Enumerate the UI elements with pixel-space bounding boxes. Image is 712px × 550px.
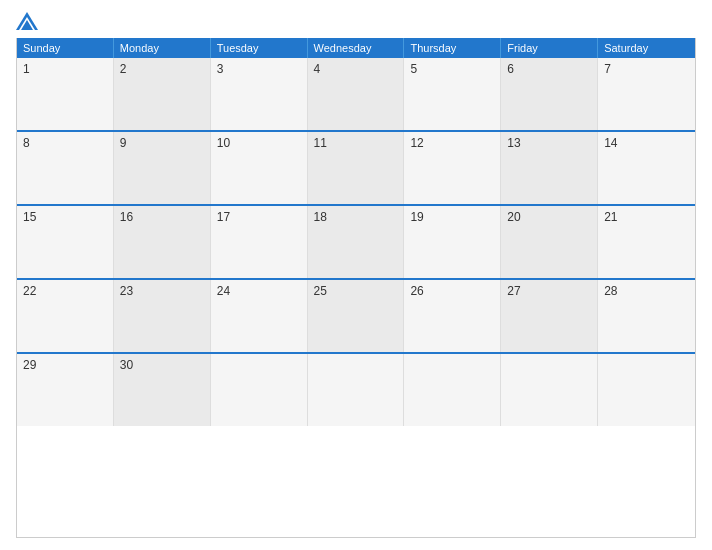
day-headers-row: SundayMondayTuesdayWednesdayThursdayFrid…	[17, 38, 695, 58]
day-number: 4	[314, 62, 321, 76]
day-number: 24	[217, 284, 230, 298]
week-row-3: 15161718192021	[17, 206, 695, 280]
day-cell: 11	[308, 132, 405, 204]
day-cell: 29	[17, 354, 114, 426]
day-header-monday: Monday	[114, 38, 211, 58]
day-number: 14	[604, 136, 617, 150]
day-cell: 28	[598, 280, 695, 352]
logo-icon	[16, 12, 38, 30]
day-number: 13	[507, 136, 520, 150]
day-cell: 26	[404, 280, 501, 352]
day-number: 28	[604, 284, 617, 298]
day-cell: 4	[308, 58, 405, 130]
day-number: 25	[314, 284, 327, 298]
weeks-container: 1234567891011121314151617181920212223242…	[17, 58, 695, 426]
day-number: 29	[23, 358, 36, 372]
day-number: 1	[23, 62, 30, 76]
day-cell: 15	[17, 206, 114, 278]
day-cell: 30	[114, 354, 211, 426]
day-number: 22	[23, 284, 36, 298]
day-cell	[404, 354, 501, 426]
day-number: 2	[120, 62, 127, 76]
day-number: 12	[410, 136, 423, 150]
header	[16, 12, 696, 30]
day-header-friday: Friday	[501, 38, 598, 58]
day-cell: 27	[501, 280, 598, 352]
calendar-grid: SundayMondayTuesdayWednesdayThursdayFrid…	[16, 38, 696, 538]
week-row-1: 1234567	[17, 58, 695, 132]
day-number: 3	[217, 62, 224, 76]
day-number: 6	[507, 62, 514, 76]
day-number: 8	[23, 136, 30, 150]
day-number: 20	[507, 210, 520, 224]
day-cell: 7	[598, 58, 695, 130]
week-row-5: 2930	[17, 354, 695, 426]
calendar-page: SundayMondayTuesdayWednesdayThursdayFrid…	[0, 0, 712, 550]
day-cell	[501, 354, 598, 426]
day-header-wednesday: Wednesday	[308, 38, 405, 58]
day-cell: 14	[598, 132, 695, 204]
logo	[16, 12, 38, 30]
day-cell: 21	[598, 206, 695, 278]
day-cell: 12	[404, 132, 501, 204]
day-cell: 10	[211, 132, 308, 204]
day-header-tuesday: Tuesday	[211, 38, 308, 58]
day-cell: 20	[501, 206, 598, 278]
day-header-saturday: Saturday	[598, 38, 695, 58]
day-number: 26	[410, 284, 423, 298]
day-number: 27	[507, 284, 520, 298]
day-number: 17	[217, 210, 230, 224]
day-header-thursday: Thursday	[404, 38, 501, 58]
day-cell: 1	[17, 58, 114, 130]
day-number: 18	[314, 210, 327, 224]
day-number: 11	[314, 136, 327, 150]
day-number: 10	[217, 136, 230, 150]
day-cell	[308, 354, 405, 426]
day-number: 15	[23, 210, 36, 224]
day-cell: 17	[211, 206, 308, 278]
day-number: 9	[120, 136, 127, 150]
day-cell: 9	[114, 132, 211, 204]
day-cell: 24	[211, 280, 308, 352]
day-number: 5	[410, 62, 417, 76]
day-cell	[598, 354, 695, 426]
day-cell: 3	[211, 58, 308, 130]
day-cell	[211, 354, 308, 426]
day-cell: 22	[17, 280, 114, 352]
day-cell: 19	[404, 206, 501, 278]
day-cell: 5	[404, 58, 501, 130]
week-row-4: 22232425262728	[17, 280, 695, 354]
day-number: 19	[410, 210, 423, 224]
day-cell: 18	[308, 206, 405, 278]
day-cell: 25	[308, 280, 405, 352]
day-cell: 13	[501, 132, 598, 204]
day-number: 21	[604, 210, 617, 224]
day-number: 30	[120, 358, 133, 372]
day-number: 7	[604, 62, 611, 76]
day-cell: 8	[17, 132, 114, 204]
day-cell: 2	[114, 58, 211, 130]
day-number: 23	[120, 284, 133, 298]
day-cell: 16	[114, 206, 211, 278]
day-header-sunday: Sunday	[17, 38, 114, 58]
day-cell: 23	[114, 280, 211, 352]
week-row-2: 891011121314	[17, 132, 695, 206]
day-cell: 6	[501, 58, 598, 130]
day-number: 16	[120, 210, 133, 224]
